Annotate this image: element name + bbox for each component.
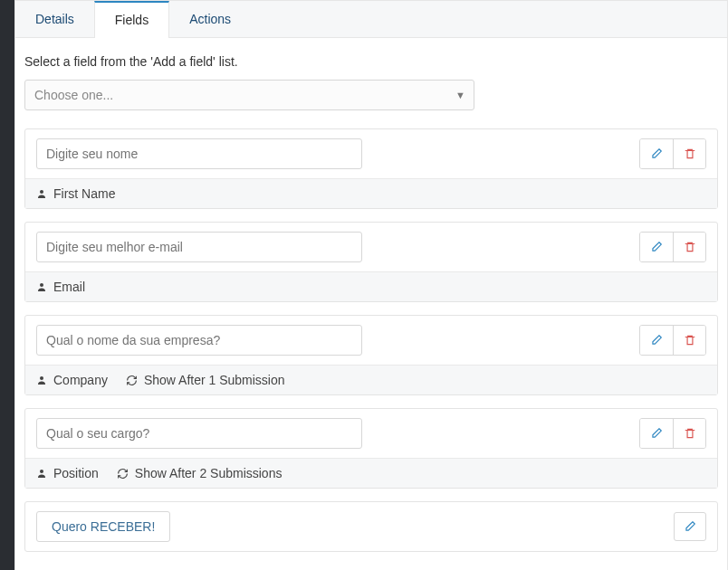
tab-actions[interactable]: Actions (169, 1, 251, 37)
field-actions (639, 138, 706, 169)
refresh-icon (117, 468, 129, 480)
edit-field-button[interactable] (640, 139, 673, 168)
trash-icon (684, 147, 696, 160)
user-icon (36, 468, 47, 479)
field-card: Email (24, 222, 718, 302)
instruction-text: Select a field from the 'Add a field' li… (24, 54, 718, 69)
tab-details[interactable]: Details (15, 1, 94, 37)
field-type-label: First Name (53, 186, 115, 201)
delete-field-button[interactable] (673, 233, 705, 261)
add-field-select-wrap: Choose one... ▼ (24, 80, 474, 110)
edit-icon (650, 427, 663, 440)
form-builder-panel: Details Fields Actions Select a field fr… (14, 0, 728, 570)
field-show-after-label: Show After 1 Submission (144, 373, 285, 387)
edit-icon (650, 147, 663, 160)
svg-point-3 (40, 470, 43, 473)
submit-preview-button: Quero RECEBER! (36, 511, 170, 542)
fields-content: Select a field from the 'Add a field' li… (15, 38, 727, 570)
field-type-label: Email (53, 280, 85, 294)
user-icon (36, 375, 47, 385)
field-card: Company Show After 1 Submission (24, 315, 718, 395)
user-icon (36, 188, 47, 199)
submit-card: Quero RECEBER! (24, 501, 718, 552)
field-preview-input (36, 232, 362, 262)
field-card: Position Show After 2 Submissions (24, 408, 718, 489)
edit-field-button[interactable] (640, 326, 673, 355)
field-actions (639, 325, 706, 356)
svg-point-2 (40, 376, 43, 380)
edit-field-button[interactable] (640, 233, 673, 261)
edit-field-button[interactable] (640, 419, 673, 448)
svg-point-1 (40, 283, 43, 287)
refresh-icon (126, 375, 138, 386)
field-type-label: Position (53, 466, 99, 480)
delete-field-button[interactable] (673, 326, 705, 355)
delete-field-button[interactable] (673, 139, 705, 168)
add-field-select[interactable]: Choose one... (24, 80, 474, 110)
trash-icon (684, 334, 696, 347)
edit-icon (650, 334, 663, 347)
field-show-after-label: Show After 2 Submissions (135, 466, 283, 480)
tab-fields[interactable]: Fields (94, 1, 169, 38)
trash-icon (684, 241, 696, 253)
app-left-edge (0, 0, 14, 570)
edit-icon (684, 520, 696, 533)
field-card: First Name (24, 128, 718, 209)
tab-bar: Details Fields Actions (15, 1, 727, 38)
user-icon (36, 281, 47, 292)
trash-icon (684, 427, 696, 440)
field-actions (639, 418, 706, 449)
field-type-label: Company (53, 373, 108, 387)
field-actions (639, 232, 706, 262)
delete-field-button[interactable] (673, 419, 705, 448)
field-preview-input (36, 418, 362, 449)
svg-point-0 (40, 190, 43, 194)
field-preview-input (36, 138, 362, 169)
field-preview-input (36, 325, 362, 356)
edit-icon (650, 241, 663, 253)
edit-submit-button[interactable] (674, 512, 706, 541)
